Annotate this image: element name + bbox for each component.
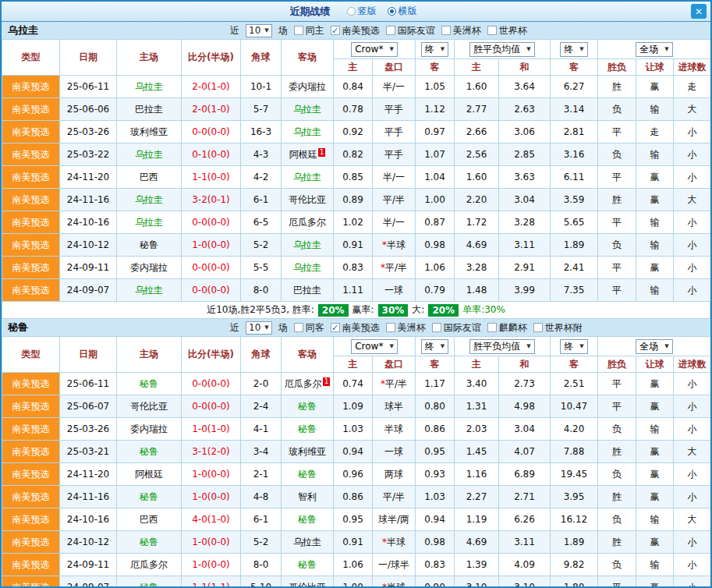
handicap-line-cell: 一球 (373, 279, 416, 302)
avg-away-cell: 2.51 (551, 373, 598, 395)
avg-1x2-dropdown[interactable]: 胜平负均值▼ (469, 339, 534, 354)
odds-away-cell: 1.05 (416, 76, 455, 98)
avg-home-cell: 4.69 (455, 234, 499, 257)
handicap-line-cell: 半球 (373, 418, 416, 441)
match-row: 南美预选25-03-26委内瑞拉1-0(1-0)4-1秘鲁1.03半球0.862… (2, 418, 711, 441)
odds-away-cell: 0.95 (416, 441, 455, 463)
result-cell: 胜 (598, 441, 636, 463)
titlebar: 近期战绩 竖版 横版 ✕ (2, 2, 710, 22)
avg-away-cell: 7.88 (551, 441, 598, 463)
final-avg-dropdown[interactable]: 终▼ (560, 339, 587, 354)
odds-away-cell: 0.79 (416, 279, 455, 302)
filter-checkbox[interactable]: 麒麟杯 (487, 321, 527, 335)
match-row: 南美预选25-03-21秘鲁3-1(2-0)3-4玻利维亚0.94一球0.951… (2, 441, 711, 463)
results-table: 类型日期主场比分(半场)角球客场Crow*▼终▼胜平负均值▼终▼全场▼主盘口客主… (2, 39, 711, 302)
goal-result-cell: 小 (674, 554, 711, 576)
odds-provider-dropdown[interactable]: Crow*▼ (351, 42, 398, 57)
recent-count-select[interactable]: 10▼ (246, 321, 272, 335)
away-team-cell: 乌拉圭 (282, 166, 334, 189)
home-team-name: 秘鲁 (140, 239, 158, 250)
odds-provider-dropdown[interactable]: Crow*▼ (351, 339, 398, 354)
home-team-name: 秘鲁 (140, 446, 158, 457)
avg-away-cell: 1.89 (551, 234, 598, 257)
match-date: 25-03-26 (60, 121, 117, 143)
dropdown-value: 终 (425, 340, 434, 353)
home-team-name: 委内瑞拉 (130, 262, 168, 273)
match-type-cell: 南美预选 (2, 279, 60, 302)
final-odds-dropdown[interactable]: 终▼ (421, 339, 448, 354)
filter-label: 麒麟杯 (499, 321, 527, 335)
home-team-cell: 委内瑞拉 (117, 257, 182, 279)
away-team-name: 乌拉圭 (293, 104, 321, 115)
dropdown-cell: Crow*▼ (334, 337, 416, 356)
result-cell: 胜 (598, 189, 636, 211)
odds-home-cell: 0.86 (334, 486, 373, 508)
avg-away-cell: 2.41 (551, 257, 598, 279)
filter-checkbox[interactable]: 国际友谊 (386, 24, 435, 37)
away-team-cell: 乌拉圭 (282, 121, 334, 143)
corner-cell: 4-1 (241, 418, 282, 441)
match-type-cell: 南美预选 (2, 486, 60, 508)
close-button[interactable]: ✕ (691, 4, 707, 19)
column-subheader: 和 (499, 59, 551, 76)
result-cell: 负 (598, 508, 636, 531)
header-row-top: 类型日期主场比分(半场)角球客场Crow*▼终▼胜平负均值▼终▼全场▼ (2, 40, 711, 59)
page-title: 近期战绩 (290, 5, 331, 19)
filter-checkbox[interactable]: 同客 (294, 321, 324, 335)
odds-away-cell: 1.06 (416, 257, 455, 279)
away-team-name: 乌拉圭 (293, 126, 321, 137)
summary-rate-chip: 20% (318, 304, 349, 317)
home-team-cell: 秘鲁 (117, 576, 182, 588)
away-team-name: 乌拉圭 (293, 537, 321, 547)
avg-away-cell: 10.47 (551, 395, 598, 418)
filter-checkbox[interactable]: 美洲杯 (441, 24, 481, 37)
filter-checkbox[interactable]: ✓南美预选 (331, 321, 380, 335)
away-team-cell: 秘鲁 (282, 508, 334, 531)
home-team-name: 乌拉圭 (135, 81, 163, 92)
goal-result-cell: 小 (674, 121, 711, 143)
filter-checkbox[interactable]: 世界杯 (487, 24, 527, 37)
dropdown-cell: 终▼ (551, 40, 598, 59)
filter-checkbox[interactable]: 世界杯附 (533, 321, 583, 335)
goal-result-cell: 小 (674, 279, 711, 302)
layout-option-vertical[interactable]: 竖版 (347, 5, 377, 18)
avg-draw-cell: 3.64 (499, 76, 551, 98)
chevron-down-icon: ▼ (441, 46, 445, 52)
avg-home-cell: 3.28 (455, 257, 499, 279)
avg-1x2-dropdown[interactable]: 胜平负均值▼ (469, 42, 534, 57)
away-team-cell: 秘鲁 (282, 395, 334, 418)
handicap-result-cell: 输 (636, 98, 674, 121)
avg-home-cell: 2.77 (455, 98, 499, 121)
avg-away-cell: 9.82 (551, 554, 598, 576)
final-odds-dropdown[interactable]: 终▼ (421, 42, 448, 57)
layout-option-horizontal[interactable]: 横版 (388, 5, 417, 18)
corner-cell: 2-0 (241, 373, 282, 395)
odds-away-cell: 0.93 (416, 463, 455, 486)
fulltime-dropdown[interactable]: 全场▼ (636, 339, 672, 354)
fulltime-dropdown[interactable]: 全场▼ (636, 42, 672, 57)
filter-label: 南美预选 (342, 24, 380, 37)
filter-label: 南美预选 (342, 321, 380, 335)
corner-cell: 5-7 (241, 98, 282, 121)
corner-cell: 6-5 (241, 211, 282, 234)
recent-count-select[interactable]: 10▼ (246, 24, 272, 37)
team-name: 秘鲁 (8, 321, 28, 335)
team-section: 乌拉圭近10▼场同主✓南美预选国际友谊美洲杯世界杯类型日期主场比分(半场)角球客… (2, 22, 710, 319)
final-avg-dropdown[interactable]: 终▼ (560, 42, 587, 57)
result-cell: 负 (598, 234, 636, 257)
filter-checkbox[interactable]: ✓南美预选 (331, 24, 380, 37)
goal-result-cell: 大 (674, 441, 711, 463)
result-cell: 平 (598, 373, 636, 395)
home-team-cell: 哥伦比亚 (117, 395, 182, 418)
column-subheader: 客 (416, 59, 455, 76)
summary-text: 近10场,胜2平5负3, 胜率: (207, 303, 314, 317)
handicap-line-cell: *半球 (373, 234, 416, 257)
match-type-cell: 南美预选 (2, 463, 60, 486)
filter-checkbox[interactable]: 美洲杯 (386, 321, 426, 335)
filter-checkbox[interactable]: 国际友谊 (432, 321, 481, 335)
score-cell: 1-0(0-0) (182, 234, 241, 257)
checkbox-icon (487, 323, 497, 332)
score-cell: 0-0(0-0) (182, 373, 241, 395)
home-team-name: 哥伦比亚 (130, 401, 168, 412)
filter-checkbox[interactable]: 同主 (294, 24, 324, 37)
